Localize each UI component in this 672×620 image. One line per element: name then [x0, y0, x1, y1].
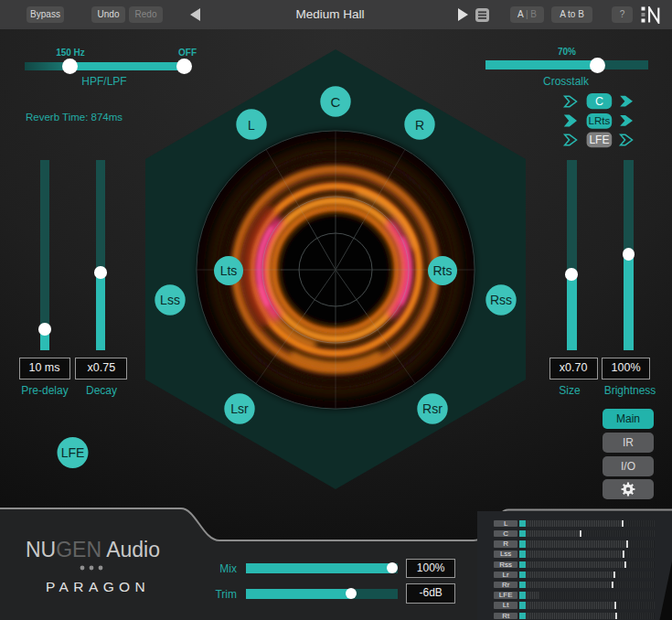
svg-text:LFE: LFE: [61, 445, 85, 460]
svg-text:NUGEN Audio: NUGEN Audio: [26, 538, 160, 561]
svg-text:C: C: [595, 95, 603, 108]
svg-text:Lsr: Lsr: [230, 401, 249, 416]
svg-text:C: C: [331, 94, 341, 110]
svg-text:Rsr: Rsr: [422, 401, 443, 416]
svg-text:Rss: Rss: [490, 293, 512, 307]
svg-text:Lss: Lss: [160, 293, 180, 307]
svg-text:L: L: [248, 118, 255, 133]
svg-text:LRts: LRts: [589, 115, 611, 126]
svg-text:LFE: LFE: [589, 134, 609, 146]
svg-text:PARAGON: PARAGON: [46, 579, 150, 594]
svg-text:Rts: Rts: [433, 263, 453, 278]
svg-text:R: R: [415, 118, 424, 133]
svg-text:Lts: Lts: [220, 263, 238, 278]
